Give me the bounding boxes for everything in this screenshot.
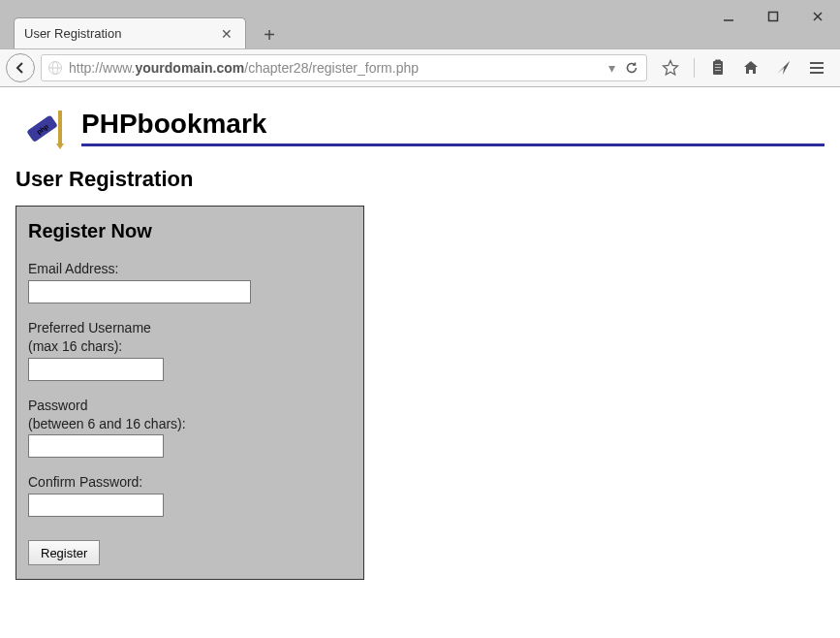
form-title: Register Now: [28, 220, 352, 242]
clipboard-icon[interactable]: [708, 58, 728, 78]
email-input[interactable]: [28, 280, 251, 303]
window-controls: [706, 0, 840, 33]
username-label: Preferred Username (max 16 chars):: [28, 319, 352, 356]
menu-icon[interactable]: [807, 58, 826, 78]
tab-strip: User Registration ✕ +: [14, 17, 283, 48]
email-label: Email Address:: [28, 260, 352, 278]
toolbar-separator: [694, 58, 695, 78]
svg-rect-1: [769, 13, 778, 21]
svg-rect-18: [58, 111, 62, 144]
reload-icon[interactable]: [623, 61, 640, 75]
url-text: http://www.yourdomain.com/chapter28/regi…: [69, 60, 608, 76]
url-domain: yourdomain.com: [135, 60, 244, 76]
confirm-password-input[interactable]: [28, 494, 164, 517]
url-path: /chapter28/register_form.php: [244, 60, 419, 76]
svg-marker-19: [56, 144, 64, 149]
dropdown-icon[interactable]: ▾: [608, 60, 615, 76]
url-bar[interactable]: http://www.yourdomain.com/chapter28/regi…: [41, 54, 647, 81]
tab-title: User Registration: [24, 26, 218, 41]
svg-rect-11: [715, 67, 721, 68]
registration-form-panel: Register Now Email Address: Preferred Us…: [16, 206, 364, 580]
register-button[interactable]: Register: [28, 540, 100, 565]
confirm-password-label: Confirm Password:: [28, 473, 352, 492]
globe-icon: [47, 60, 63, 76]
tab-close-icon[interactable]: ✕: [218, 25, 235, 43]
site-logo-icon: php: [16, 105, 74, 149]
page-content: php PHPbookmark User Registration Regist…: [0, 87, 840, 638]
toolbar-icons: [653, 58, 834, 78]
username-input[interactable]: [28, 358, 164, 381]
username-label-line1: Preferred Username: [28, 320, 151, 335]
email-group: Email Address:: [28, 260, 352, 303]
username-group: Preferred Username (max 16 chars):: [28, 319, 352, 381]
nav-back-button[interactable]: [6, 53, 35, 82]
username-label-line2: (max 16 chars):: [28, 338, 122, 354]
site-header: php PHPbookmark: [16, 105, 824, 149]
url-prefix: http://www.: [69, 60, 135, 76]
send-icon[interactable]: [774, 58, 793, 78]
password-group: Password (between 6 and 16 chars):: [28, 397, 352, 459]
window-close-button[interactable]: [795, 0, 840, 33]
bookmark-star-icon[interactable]: [661, 58, 680, 78]
confirm-password-group: Confirm Password:: [28, 473, 352, 517]
site-divider: [81, 144, 824, 146]
svg-rect-9: [715, 60, 721, 63]
password-label: Password (between 6 and 16 chars):: [28, 397, 352, 433]
password-label-line1: Password: [28, 398, 87, 413]
new-tab-button[interactable]: +: [256, 21, 283, 48]
browser-toolbar: http://www.yourdomain.com/chapter28/regi…: [0, 48, 840, 87]
svg-rect-10: [715, 64, 721, 65]
page-heading: User Registration: [16, 167, 824, 192]
svg-marker-7: [664, 61, 678, 76]
svg-rect-12: [715, 70, 721, 71]
window-minimize-button[interactable]: [706, 0, 751, 33]
home-icon[interactable]: [741, 58, 761, 78]
browser-tab[interactable]: User Registration ✕: [14, 17, 246, 48]
password-label-line2: (between 6 and 16 chars):: [28, 416, 186, 431]
window-maximize-button[interactable]: [751, 0, 795, 33]
site-title: PHPbookmark: [81, 109, 824, 140]
password-input[interactable]: [28, 434, 164, 458]
